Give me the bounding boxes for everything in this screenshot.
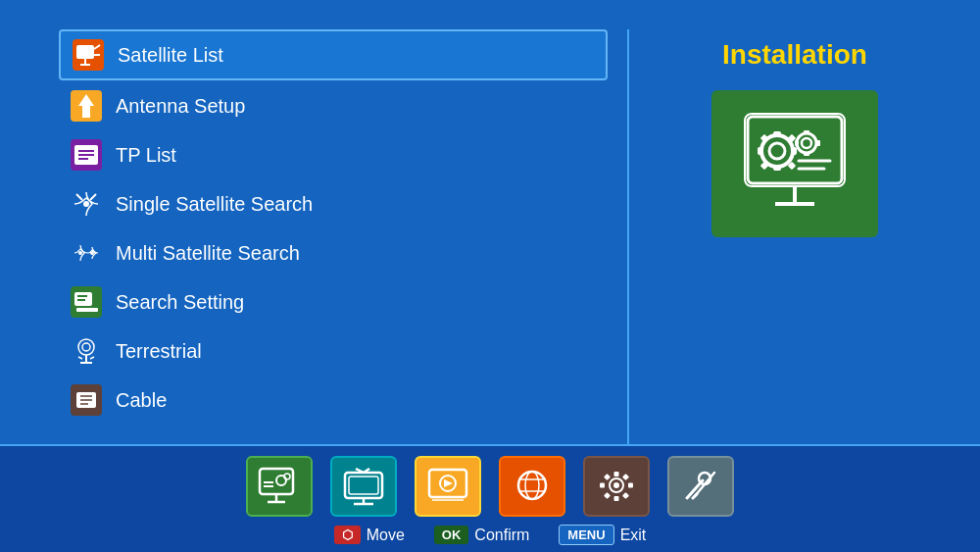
bottom-bar: ⬡ Move OK Confirm MENU Exit [0,444,980,552]
svg-line-3 [94,45,100,49]
app-icon-tools[interactable] [667,456,734,517]
cable-icon [71,384,102,416]
tp-list-icon [71,139,102,171]
svg-point-19 [82,343,90,351]
menu-list: Satellite List Antenna Setup [59,29,608,424]
menu-item-cable[interactable]: Cable [59,376,608,424]
move-badge: ⬡ [334,526,361,544]
menu-badge: MENU [559,525,613,545]
search-setting-label: Search Setting [116,291,244,314]
svg-point-10 [83,201,89,207]
app-icons-row [246,446,734,517]
svg-line-24 [90,357,94,359]
antenna-icon [71,90,102,122]
svg-rect-39 [791,147,797,155]
svg-rect-80 [622,474,629,480]
svg-line-11 [76,194,82,200]
section-title: Installation [722,39,867,71]
svg-rect-78 [628,483,633,488]
satellite-list-icon [73,39,104,71]
svg-rect-81 [622,492,629,499]
move-label: Move [367,527,405,544]
antenna-setup-label: Antenna Setup [116,95,245,118]
confirm-label: Confirm [474,527,529,544]
confirm-control: OK Confirm [434,526,530,544]
svg-point-69 [518,472,546,499]
single-satellite-icon [71,188,102,220]
app-icon-media[interactable] [415,456,481,517]
svg-rect-38 [758,147,763,155]
move-control: ⬡ Move [334,526,405,544]
menu-item-satellite-list[interactable]: Satellite List [59,29,608,80]
svg-marker-67 [444,479,453,487]
multi-satellite-search-label: Multi Satellite Search [116,242,300,265]
ok-badge: OK [434,526,469,544]
svg-rect-0 [76,45,94,59]
exit-control: MENU Exit [559,525,646,545]
svg-rect-64 [349,477,378,494]
app-icon-tv[interactable] [330,456,397,517]
menu-item-multi-satellite-search[interactable]: Multi Satellite Search [59,229,608,276]
svg-rect-37 [773,165,781,171]
exit-label: Exit [620,527,647,544]
terrestrial-icon [71,335,102,367]
menu-item-search-setting[interactable]: Search Setting [59,278,608,326]
app-icon-gear[interactable] [583,456,650,517]
terrestrial-label: Terrestrial [116,340,202,363]
svg-rect-76 [614,496,619,501]
svg-rect-49 [816,140,820,146]
svg-line-23 [78,357,82,359]
svg-rect-75 [614,472,619,477]
app-icon-globe[interactable] [499,456,565,517]
svg-point-13 [78,251,82,255]
feature-icon-box [711,90,878,237]
svg-rect-36 [773,131,781,137]
svg-rect-79 [604,474,611,480]
cable-label: Cable [116,389,167,412]
svg-rect-46 [804,130,809,134]
controls-row: ⬡ Move OK Confirm MENU Exit [334,525,647,545]
single-satellite-search-label: Single Satellite Search [116,193,313,216]
menu-item-single-satellite-search[interactable]: Single Satellite Search [59,180,608,227]
search-setting-icon [71,286,102,318]
svg-point-20 [78,339,94,355]
installation-icon-svg [736,110,854,218]
svg-marker-5 [78,94,94,118]
svg-rect-16 [76,308,98,312]
app-icon-settings[interactable] [246,456,313,517]
svg-rect-82 [604,492,611,499]
menu-item-antenna-setup[interactable]: Antenna Setup [59,82,608,129]
svg-rect-77 [600,483,605,488]
svg-rect-48 [795,140,799,146]
tp-list-label: TP List [116,144,176,167]
menu-item-tp-list[interactable]: TP List [59,131,608,178]
menu-item-terrestrial[interactable]: Terrestrial [59,327,608,375]
satellite-list-label: Satellite List [118,44,223,67]
multi-satellite-icon [71,237,102,269]
svg-line-86 [693,494,697,498]
svg-point-74 [613,482,619,488]
svg-rect-47 [804,152,809,156]
svg-point-70 [525,472,539,499]
svg-line-12 [90,194,96,200]
